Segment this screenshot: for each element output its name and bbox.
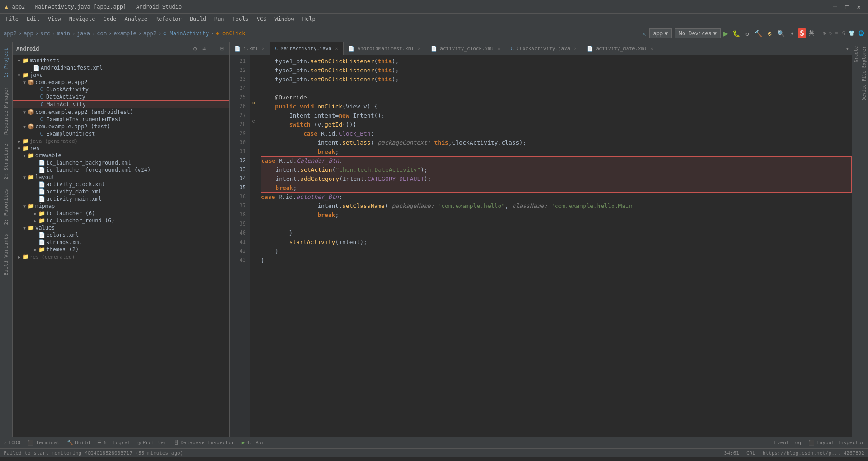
tree-item-res[interactable]: ▼ 📁 res [13,145,229,152]
tab-mainactivity[interactable]: C MainActivity.java ✕ [270,42,344,55]
tree-item-drawable[interactable]: ▼ 📁 drawable [13,152,229,159]
sidebar-item-project[interactable]: 1: Project [2,44,10,81]
gradle-label[interactable]: Gradle [853,42,859,66]
tab-androidmanifest[interactable]: 📄 AndroidManifest.xml ✕ [344,42,426,55]
breadcrumb-onclick[interactable]: ⊙ onClick [216,30,245,37]
build-icon[interactable]: 🔨 [753,29,764,38]
breadcrumb-app2[interactable]: app2 [4,30,17,37]
menu-view[interactable]: View [44,15,65,23]
tab-close-mainactivity[interactable]: ✕ [334,46,339,52]
tab-close-androidmanifest[interactable]: ✕ [417,46,421,52]
breadcrumb-app2b[interactable]: app2 [143,30,156,37]
tree-item-activity-date-xml[interactable]: 📄 activity_date.xml [13,188,229,195]
tree-item-activity-clock-xml[interactable]: 📄 activity_clock.xml [13,181,229,188]
bottom-layout-inspector[interactable]: ⬛ Layout Inspector [808,440,864,446]
bottom-run[interactable]: ▶ 4: Run [242,440,264,446]
menu-help[interactable]: Help [299,15,319,23]
menu-code[interactable]: Code [100,15,120,23]
menu-edit[interactable]: Edit [23,15,43,23]
tree-item-mainactivity[interactable]: C MainActivity [13,100,229,108]
tree-item-clockactivity[interactable]: C ClockActivity [13,86,229,93]
breadcrumb-app[interactable]: app [24,30,33,37]
tree-item-ic-launcher-bg[interactable]: 📄 ic_launcher_background.xml [13,159,229,166]
project-sync-icon[interactable]: ⇄ [201,44,208,53]
tab-clockactivity[interactable]: C ClockActivity.java ✕ [506,42,583,55]
tab-close-clockactivity[interactable]: ✕ [573,46,577,52]
tree-item-themes[interactable]: ▶ 📁 themes (2) [13,246,229,253]
tree-item-java-generated[interactable]: ▶ 📁 java (generated) [13,137,229,145]
debug-icon[interactable]: 🐛 [731,29,741,38]
breadcrumb-src[interactable]: src [40,30,50,37]
menu-tools[interactable]: Tools [229,15,252,23]
sidebar-item-favorites[interactable]: 2: Favorites [2,185,10,228]
menu-analyze[interactable]: Analyze [121,15,151,23]
bottom-event-log[interactable]: Event Log [774,440,801,446]
menu-refactor[interactable]: Refactor [152,15,185,23]
emulator-label[interactable]: Device File Explorer [861,42,868,104]
back-icon[interactable]: ◁ [642,30,646,37]
tab-close-activity-date[interactable]: ✕ [650,46,654,52]
bottom-build[interactable]: 🔨 Build [67,440,90,446]
sidebar-item-resourcemanager[interactable]: Resource Manager [2,83,10,138]
tree-item-values[interactable]: ▼ 📁 values [13,224,229,231]
breadcrumb-mainactivity[interactable]: ⊙ MainActivity [163,30,209,37]
code-editor[interactable]: 21 22 23 24 25 26 27 28 29 30 31 32 33 3… [230,55,852,437]
app-config-dropdown[interactable]: app ▼ [649,28,672,38]
search-icon[interactable]: 🔍 [776,29,786,38]
minimize-button[interactable]: ─ [830,3,840,10]
tab-activity-clock[interactable]: 📄 activity_clock.xml ✕ [426,42,506,55]
tab-activity-date[interactable]: 📄 activity_date.xml ✕ [582,42,659,55]
menu-file[interactable]: File [2,15,22,23]
tree-item-res-generated[interactable]: ▶ 📁 res (generated) [13,253,229,260]
tree-item-ic-launcher[interactable]: ▶ 📁 ic_launcher (6) [13,210,229,217]
tree-item-colors-xml[interactable]: 📄 colors.xml [13,231,229,239]
tree-item-com-androidtest[interactable]: ▼ 📦 com.example.app2 (androidTest) [13,108,229,116]
bottom-database-inspector[interactable]: 🗄 Database Inspector [174,440,234,446]
tab-ixml[interactable]: 📄 i.xml ✕ [230,42,270,55]
sync-icon[interactable]: ↻ [744,29,750,38]
tree-item-java[interactable]: ▼ 📁 java [13,71,229,79]
terminal-icon[interactable]: ⚡ [789,29,795,38]
tree-item-exampleinstrumentedtest[interactable]: C ExampleInstrumentedTest [13,116,229,123]
tree-item-ic-launcher-fg[interactable]: 📄 ic_launcher_foreground.xml (v24) [13,166,229,174]
close-button[interactable]: ✕ [854,3,863,10]
menu-vcs[interactable]: VCS [253,15,270,23]
menu-run[interactable]: Run [211,15,228,23]
no-devices-dropdown[interactable]: No Devices ▼ [675,28,720,38]
tabs-overflow-button[interactable]: ▾ [843,42,852,55]
lang-icon[interactable]: 英 [809,29,814,37]
tree-item-layout[interactable]: ▼ 📁 layout [13,174,229,181]
tree-item-manifests[interactable]: ▼ 📁 manifests [13,57,229,64]
tab-close-ixml[interactable]: ✕ [261,46,265,52]
project-settings-icon[interactable]: ⚙ [192,44,199,53]
menu-build[interactable]: Build [186,15,210,23]
bottom-logcat[interactable]: ☰ 6: Logcat [97,440,131,446]
tree-item-ic-launcher-round[interactable]: ▶ 📁 ic_launcher_round (6) [13,217,229,224]
sidebar-item-structure[interactable]: 2: Structure [2,140,10,183]
run-button[interactable]: ▶ [723,28,728,38]
breadcrumb-com[interactable]: com [97,30,107,37]
bottom-terminal[interactable]: ⬛ Terminal [28,440,60,446]
sidebar-item-buildvariants[interactable]: Build Variants [2,230,10,279]
tree-item-mipmap[interactable]: ▼ 📁 mipmap [13,202,229,210]
tab-close-activity-clock[interactable]: ✕ [497,46,501,52]
breadcrumb-main[interactable]: main [57,30,70,37]
maximize-button[interactable]: □ [842,3,851,10]
project-collapse-icon[interactable]: – [209,44,217,53]
project-expand-icon[interactable]: ⊞ [218,44,226,53]
tree-item-androidmanifest[interactable]: 📄 AndroidManifest.xml [13,64,229,71]
tree-item-com-test[interactable]: ▼ 📦 com.example.app2 (test) [13,123,229,130]
bottom-todo[interactable]: ☑ TODO [4,440,20,446]
breadcrumb-example[interactable]: example [113,30,137,37]
tree-item-activity-main-xml[interactable]: 📄 activity_main.xml [13,195,229,202]
code-content[interactable]: type1_btn.setOnClickListener(this); type… [257,55,852,437]
tree-item-dateactivity[interactable]: C DateActivity [13,93,229,100]
tree-item-exampleunittest[interactable]: C ExampleUnitTest [13,130,229,137]
breadcrumb-java[interactable]: java [77,30,90,37]
menu-window[interactable]: Window [271,15,297,23]
tree-item-strings-xml[interactable]: 📄 strings.xml [13,239,229,246]
settings-icon[interactable]: ⚙ [766,29,773,38]
menu-navigate[interactable]: Navigate [66,15,99,23]
bottom-profiler[interactable]: ◎ Profiler [138,440,167,446]
tree-item-com-example-app2[interactable]: ▼ 📦 com.example.app2 [13,79,229,86]
